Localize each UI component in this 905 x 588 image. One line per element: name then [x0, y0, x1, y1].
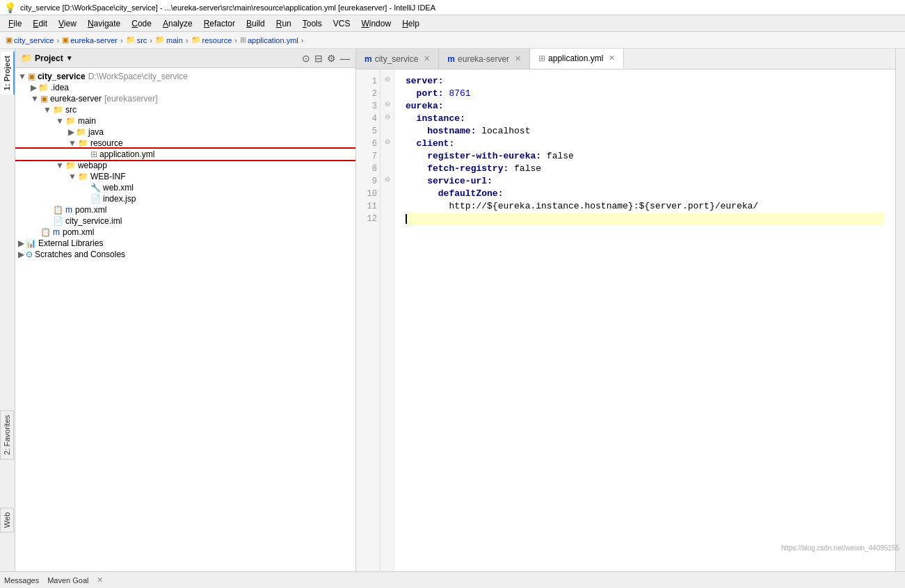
breadcrumb-src[interactable]: 📁 src	[126, 35, 147, 44]
tab-close-yml[interactable]: ✕	[609, 54, 615, 63]
folder-icon-webapp: 📁	[65, 161, 76, 170]
tabs-bar: m city_service ✕ m eureka-server ✕ ⊞ app…	[356, 49, 895, 70]
folder-icon-resource: 📁	[78, 138, 88, 148]
folder-icon-src: 📁	[53, 105, 63, 115]
code-line-11: http://${eureka.instance.hostname}:${ser…	[406, 200, 884, 213]
fold-marker-9[interactable]: ⊖	[381, 175, 394, 188]
tab-application-yml[interactable]: ⊞ application.yml ✕	[530, 49, 624, 69]
collapse-icon: ▶	[31, 83, 37, 92]
tree-index-jsp[interactable]: 📄 index.jsp	[15, 193, 355, 204]
fold-marker-1[interactable]: ⊖	[381, 75, 394, 88]
project-header-icons: ⊙ ⊟ ⚙ —	[302, 53, 350, 64]
menu-view[interactable]: View	[53, 17, 82, 30]
tree-main[interactable]: ▼ 📁 main	[15, 115, 355, 126]
menu-build[interactable]: Build	[241, 17, 271, 30]
code-editor[interactable]: 1 2 3 4 5 6 7 8 9 10 11 12 ⊖ ⊖ ⊖ ⊖	[356, 70, 895, 571]
fold-marker-3[interactable]: ⊖	[381, 100, 394, 113]
sidebar-tab-favorites[interactable]: 2: Favorites	[0, 410, 14, 459]
menu-code[interactable]: Code	[126, 17, 157, 30]
code-line-9: service-url:	[406, 175, 884, 188]
tree-application-yml[interactable]: ⊞ application.yml	[15, 149, 355, 160]
folder-icon-webinf: 📁	[78, 172, 88, 181]
tree-label-java: java	[88, 127, 104, 137]
tree-city-service[interactable]: ▼ ▣ city_service D:\WorkSpace\city_servi…	[15, 71, 355, 82]
fold-marker-4[interactable]: ⊖	[381, 113, 394, 125]
tree-web-xml[interactable]: 🔧 web.xml	[15, 182, 355, 193]
collapse-all-icon[interactable]: ⊟	[314, 53, 323, 64]
tab-label-eureka: eureka-server	[458, 54, 509, 64]
tree-src[interactable]: ▼ 📁 src	[15, 104, 355, 115]
menu-help[interactable]: Help	[397, 17, 425, 30]
app-icon: 💡	[4, 2, 16, 13]
pom-root-icon: 📋	[40, 227, 51, 237]
code-line-2: port: 8761	[406, 88, 884, 100]
titlebar-text: city_service [D:\WorkSpace\city_service]…	[20, 3, 435, 12]
locate-file-icon[interactable]: ⊙	[302, 53, 310, 64]
code-line-1: server:	[406, 75, 884, 88]
menu-edit[interactable]: Edit	[27, 17, 53, 30]
main-area: 1: Project 📁 Project ▼ ⊙ ⊟ ⚙ — ▼ ▣	[0, 49, 905, 571]
folder-icon-bc: 📁	[126, 35, 136, 44]
breadcrumb-resource[interactable]: 📁 resource	[191, 35, 232, 44]
sidebar-tab-project[interactable]: 1: Project	[1, 51, 15, 95]
module-icon-small: ▣	[6, 35, 13, 44]
bottom-close-maven[interactable]: ✕	[97, 575, 103, 585]
bottom-bar: Messages Maven Goal ✕	[0, 571, 905, 588]
menu-navigate[interactable]: Navigate	[82, 17, 126, 30]
file-tree: ▼ ▣ city_service D:\WorkSpace\city_servi…	[15, 68, 355, 571]
tree-label-idea: .idea	[51, 83, 69, 92]
folder-icon-header: 📁	[21, 53, 32, 63]
tree-pom-root[interactable]: 📋 m pom.xml	[15, 227, 355, 238]
menu-refactor[interactable]: Refactor	[198, 17, 241, 30]
tree-label-webapp: webapp	[78, 161, 107, 170]
tab-label-city-service: city_service	[375, 54, 419, 64]
tree-webinf[interactable]: ▼ 📁 WEB-INF	[15, 171, 355, 182]
breadcrumb-eureka-server[interactable]: ▣ eureka-server	[62, 35, 118, 44]
code-line-12[interactable]	[406, 213, 884, 225]
menu-file[interactable]: File	[3, 17, 27, 30]
minimize-icon[interactable]: —	[340, 53, 350, 64]
bottom-messages-tab[interactable]: Messages	[4, 576, 39, 585]
tab-label-yml: application.yml	[548, 54, 603, 63]
tab-close-eureka[interactable]: ✕	[515, 54, 521, 63]
xml-file-icon: 🔧	[90, 183, 101, 193]
bottom-maven-tab[interactable]: Maven Goal	[47, 576, 88, 585]
tree-city-service-iml[interactable]: 📄 city_service.iml	[15, 215, 355, 227]
tree-webapp[interactable]: ▼ 📁 webapp	[15, 160, 355, 171]
code-gutter: ⊖ ⊖ ⊖ ⊖ ⊖	[381, 70, 394, 571]
tree-java[interactable]: ▶ 📁 java	[15, 126, 355, 138]
menu-tools[interactable]: Tools	[297, 17, 328, 30]
tree-pom-eureka[interactable]: 📋 m pom.xml	[15, 204, 355, 215]
tree-idea[interactable]: ▶ 📁 .idea	[15, 82, 355, 93]
breadcrumb-city-service[interactable]: ▣ city_service	[6, 35, 54, 44]
tree-label-index-jsp: index.jsp	[103, 194, 136, 204]
menu-run[interactable]: Run	[271, 17, 297, 30]
tree-eureka-server[interactable]: ▼ ▣ eureka-server [eurekaserver]	[15, 93, 355, 104]
tree-label-resource: resource	[90, 138, 123, 148]
tree-resource[interactable]: ▼ 📁 resource	[15, 138, 355, 149]
tree-label-webinf: WEB-INF	[90, 172, 126, 181]
breadcrumb-main[interactable]: 📁 main	[155, 35, 183, 44]
tab-city-service[interactable]: m city_service ✕	[356, 49, 439, 69]
settings-icon[interactable]: ⚙	[327, 53, 336, 64]
breadcrumb-application-yml[interactable]: ⊞ application.yml	[240, 35, 298, 44]
expand-icon2: ▼	[31, 94, 39, 104]
code-line-6: client:	[406, 138, 884, 150]
breadcrumb: ▣ city_service › ▣ eureka-server › 📁 src…	[0, 32, 905, 49]
tree-external-libs[interactable]: ▶ 📊 External Libraries	[15, 238, 355, 249]
code-line-5: hostname: localhost	[406, 125, 884, 138]
tab-eureka-server[interactable]: m eureka-server ✕	[439, 49, 530, 69]
menu-analyze[interactable]: Analyze	[157, 17, 198, 30]
tree-scratches[interactable]: ▶ ⊙ Scratches and Consoles	[15, 249, 355, 260]
menu-window[interactable]: Window	[355, 17, 397, 30]
sidebar-tab-web[interactable]: Web	[0, 507, 14, 532]
tree-label-web-xml: web.xml	[103, 183, 134, 193]
tree-label-application-yml: application.yml	[99, 149, 154, 159]
tab-close-city-service[interactable]: ✕	[424, 54, 430, 63]
code-content[interactable]: server: port: 8761 eureka: instance: hos…	[394, 70, 895, 571]
editor-scrollbar[interactable]	[895, 49, 905, 571]
fold-marker-6[interactable]: ⊖	[381, 138, 394, 150]
expand-ext: ▶	[18, 238, 24, 248]
menu-vcs[interactable]: VCS	[328, 17, 356, 30]
code-line-4: instance:	[406, 113, 884, 125]
